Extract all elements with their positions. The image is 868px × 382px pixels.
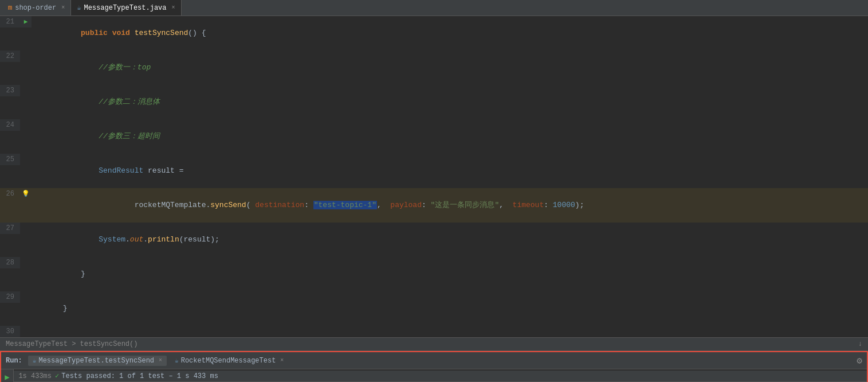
- run-side-buttons: ▶ ✓ ⊘ ↺ ⊟: [1, 369, 14, 382]
- code-line-21: 21 ▶ public void testSyncSend() {: [0, 16, 868, 50]
- line-num-21: 21: [0, 16, 20, 28]
- run-tab-sync-send-close[interactable]: ×: [159, 357, 162, 364]
- run-tab-rocketmq-close[interactable]: ×: [280, 357, 284, 364]
- code-line-23: 23 //参数二：消息体: [0, 85, 868, 119]
- line-content-24: //参数三：超时间: [32, 119, 868, 154]
- breadcrumb: MessageTypeTest > testSyncSend() ↓: [0, 337, 868, 351]
- line-num-30: 30: [0, 326, 20, 337]
- run-tab-sync-send-label: MessageTypeTest.testSyncSend: [38, 357, 154, 365]
- run-tab-rocketmq-icon: ☕: [175, 357, 179, 364]
- line-content-26: rocketMQTemplate.syncSend( destination: …: [32, 188, 868, 223]
- shop-order-icon: m: [8, 4, 12, 12]
- line-num-23: 23: [0, 85, 20, 96]
- line-content-29: }: [32, 291, 868, 326]
- line-content-23: //参数二：消息体: [32, 85, 868, 119]
- run-panel: Run: ☕ MessageTypeTest.testSyncSend × ☕ …: [0, 351, 868, 382]
- log-main-area: 1s 433ms ✓ Tests passed: 1 of 1 test – 1…: [14, 369, 867, 382]
- run-label: Run:: [6, 357, 22, 365]
- code-line-30: 30: [0, 326, 868, 337]
- run-tab-sync-send[interactable]: ☕ MessageTypeTest.testSyncSend ×: [28, 356, 167, 366]
- status-row: 1s 433ms ✓ Tests passed: 1 of 1 test – 1…: [14, 371, 867, 382]
- code-line-29: 29 }: [0, 291, 868, 326]
- status-text: Tests passed: 1 of 1 test – 1 s 433 ms: [61, 372, 218, 380]
- play-button[interactable]: ▶: [2, 372, 13, 382]
- code-line-27: 27 System.out.println(result);: [0, 223, 868, 257]
- run-content-area: ▶ ✓ ⊘ ↺ ⊟ 1s 433ms ✓ Tests passed: 1 of …: [1, 369, 867, 382]
- warning-icon-26: 💡: [22, 188, 30, 200]
- time-badge-main: 1s 433ms: [17, 372, 52, 380]
- log-area: 1s 433ms ✓ Tests passed: 1 of 1 test – 1…: [14, 369, 867, 382]
- line-content-25: SendResult result =: [32, 154, 868, 188]
- code-line-26: 26 💡 rocketMQTemplate.syncSend( destinat…: [0, 188, 868, 223]
- gutter-arrow-21: ▶: [24, 16, 28, 28]
- code-line-22: 22 //参数一：top: [0, 50, 868, 85]
- line-num-29: 29: [0, 291, 20, 303]
- gutter-21: ▶: [20, 16, 32, 28]
- tab-message-type-test-label: MessageTypeTest.java: [84, 4, 166, 12]
- run-tab-rocketmq[interactable]: ☕ RocketMQSendMessageTest ×: [170, 356, 288, 366]
- tab-shop-order-close[interactable]: ×: [61, 5, 65, 11]
- code-line-24: 24 //参数三：超时间: [0, 119, 868, 154]
- tab-bar: m shop-order × ☕ MessageTypeTest.java ×: [0, 0, 868, 16]
- run-tab-sync-send-icon: ☕: [33, 357, 37, 364]
- line-num-24: 24: [0, 119, 20, 131]
- tab-shop-order[interactable]: m shop-order ×: [2, 0, 71, 15]
- code-editor: 21 ▶ public void testSyncSend() { 22 //参…: [0, 16, 868, 337]
- status-check-icon: ✓: [55, 372, 59, 380]
- run-tab-rocketmq-label: RocketMQSendMessageTest: [181, 357, 276, 365]
- line-num-26: 26: [0, 188, 20, 200]
- breadcrumb-arrow[interactable]: ↓: [858, 340, 862, 348]
- code-line-28: 28 }: [0, 257, 868, 291]
- line-content-22: //参数一：top: [32, 50, 868, 85]
- gutter-26: 💡: [20, 188, 32, 200]
- message-type-test-icon: ☕: [77, 3, 81, 12]
- tab-message-type-test[interactable]: ☕ MessageTypeTest.java ×: [71, 0, 181, 15]
- breadcrumb-text: MessageTypeTest > testSyncSend(): [6, 340, 138, 348]
- line-num-25: 25: [0, 154, 20, 165]
- tab-shop-order-label: shop-order: [15, 4, 56, 12]
- line-num-28: 28: [0, 257, 20, 268]
- gear-icon[interactable]: ⚙: [857, 355, 862, 367]
- tab-message-type-test-close[interactable]: ×: [172, 5, 175, 11]
- line-num-22: 22: [0, 50, 20, 62]
- line-num-27: 27: [0, 223, 20, 234]
- line-content-21: public void testSyncSend() {: [32, 16, 868, 50]
- run-panel-header: Run: ☕ MessageTypeTest.testSyncSend × ☕ …: [1, 352, 867, 369]
- line-content-27: System.out.println(result);: [32, 223, 868, 257]
- line-content-28: }: [32, 257, 868, 291]
- code-line-25: 25 SendResult result =: [0, 154, 868, 188]
